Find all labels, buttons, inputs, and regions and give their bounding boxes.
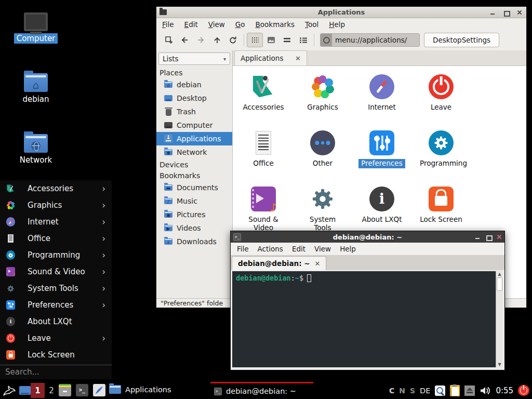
app-item-office[interactable]: Office <box>234 126 293 182</box>
desktop-icon-debian[interactable]: ⌂ debian <box>12 73 60 104</box>
screenshot-tray-icon[interactable] <box>435 385 445 396</box>
tab-close-icon[interactable]: ✕ <box>295 55 301 62</box>
menu-edit[interactable]: Edit <box>292 245 305 253</box>
lock-icon <box>429 187 454 211</box>
menu-item-internet[interactable]: Internet› <box>0 214 112 230</box>
menu-item-programming[interactable]: Programming› <box>0 247 112 263</box>
back-button[interactable] <box>177 33 193 47</box>
close-button[interactable] <box>496 233 502 241</box>
app-item-graphics[interactable]: Graphics <box>293 70 352 126</box>
app-item-other[interactable]: Other <box>293 126 352 182</box>
clipboard-tray-icon[interactable] <box>450 385 460 396</box>
terminal-scrollbar[interactable]: ▲ ▼ <box>496 271 503 367</box>
sidebar-item-network[interactable]: ◉ Network <box>156 145 232 159</box>
tab-applications[interactable]: Applications ✕ <box>234 50 307 65</box>
sidebar-item-pictures[interactable]: ▣ Pictures <box>156 208 232 221</box>
reload-button[interactable] <box>225 33 241 47</box>
scroll-down-icon[interactable]: ▼ <box>496 362 503 367</box>
menu-view[interactable]: View <box>208 20 225 29</box>
menu-file[interactable]: File <box>162 20 174 29</box>
minimize-button[interactable] <box>474 233 480 241</box>
app-item-sound-video[interactable]: Sound & Video <box>234 182 293 238</box>
app-item-lock-screen[interactable]: Lock Screen <box>411 182 471 238</box>
menu-tool[interactable]: Tool <box>305 20 318 29</box>
task-button-terminal[interactable]: >_ debian@debian: ~ <box>210 382 313 399</box>
menu-search-input[interactable]: Search... <box>0 365 112 379</box>
clock[interactable]: 0:55 <box>496 386 513 395</box>
up-button[interactable] <box>209 33 225 47</box>
menu-item-about-lxqt[interactable]: About LXQt <box>0 313 112 330</box>
home-folder-icon: ⌂ <box>24 73 48 92</box>
maximize-button[interactable] <box>502 9 510 16</box>
workspace-1-button[interactable]: 1 <box>31 383 45 398</box>
menu-item-graphics[interactable]: Graphics› <box>0 197 112 214</box>
app-item-leave[interactable]: Leave <box>411 70 471 126</box>
menu-item-preferences[interactable]: Preferences› <box>0 297 112 313</box>
menu-item-sound-video[interactable]: Sound & Video› <box>0 263 112 280</box>
app-item-system-tools[interactable]: System Tools <box>293 182 352 238</box>
eject-tray-icon[interactable] <box>464 385 475 396</box>
sidebar-item-videos[interactable]: ▶ Videos <box>156 221 232 235</box>
thumbnail-view-button[interactable] <box>263 33 279 47</box>
sidebar-item-trash[interactable]: Trash <box>156 105 232 118</box>
sidebar-item-debian[interactable]: ⌂ debian <box>156 78 232 91</box>
sidebar-item-downloads[interactable]: ↓ Downloads <box>156 235 232 248</box>
scrollbar-thumb[interactable] <box>497 277 502 291</box>
new-tab-button[interactable] <box>161 33 177 47</box>
keyboard-layout[interactable]: DE <box>420 387 430 395</box>
show-desktop-button[interactable] <box>19 386 31 395</box>
maximize-button[interactable] <box>485 233 491 241</box>
fm-titlebar[interactable]: Applications <box>156 7 526 18</box>
sidebar-item-applications[interactable]: ↓ Applications <box>156 132 232 145</box>
workspace-2-button[interactable]: 2 <box>47 383 56 398</box>
main-menu-button[interactable] <box>2 383 16 397</box>
power-button[interactable] <box>518 385 529 396</box>
volume-icon[interactable] <box>480 386 491 395</box>
app-item-preferences[interactable]: Preferences <box>352 126 411 182</box>
close-button[interactable] <box>516 9 523 16</box>
tab-close-icon[interactable]: ✕ <box>315 260 321 267</box>
sidebar-item-computer[interactable]: Computer <box>156 118 232 132</box>
quicklaunch-featherpad[interactable] <box>93 384 105 396</box>
menu-item-office[interactable]: Office› <box>0 230 112 247</box>
menu-edit[interactable]: Edit <box>184 20 198 29</box>
sidebar-item-documents[interactable]: ▬ Documents <box>156 181 232 194</box>
programming-icon <box>6 250 15 259</box>
forward-button[interactable] <box>193 33 209 47</box>
app-item-internet[interactable]: Internet <box>352 70 411 126</box>
menu-item-system-tools[interactable]: System Tools› <box>0 280 112 297</box>
menu-file[interactable]: File <box>237 245 249 253</box>
menu-help[interactable]: Help <box>329 20 345 29</box>
app-item-programming[interactable]: Programming <box>411 126 471 182</box>
terminal-tab[interactable]: debian@debian: ~ ✕ <box>232 256 326 270</box>
quicklaunch-terminal[interactable]: >_ <box>76 384 88 396</box>
minimize-button[interactable] <box>489 9 496 16</box>
task-button-applications[interactable]: Applications <box>109 385 171 394</box>
desktop-icon-network[interactable]: Network <box>12 134 60 165</box>
menu-view[interactable]: View <box>314 245 331 253</box>
menu-item-accessories[interactable]: Accessories› <box>0 180 112 197</box>
desktop-icon-label: Network <box>17 155 55 165</box>
icon-view-button[interactable] <box>247 33 263 47</box>
detailed-list-button[interactable] <box>295 33 311 47</box>
app-item-accessories[interactable]: Accessories <box>234 70 293 126</box>
menu-go[interactable]: Go <box>235 20 245 29</box>
compact-view-button[interactable] <box>279 33 295 47</box>
scroll-up-icon[interactable]: ▲ <box>496 272 503 276</box>
terminal-output[interactable]: debian@debian:~$ <box>232 271 496 367</box>
address-bar[interactable]: menu://applications/ <box>320 33 420 47</box>
menu-item-leave[interactable]: Leave› <box>0 330 112 347</box>
terminal-titlebar[interactable]: >_ debian@debian: ~ <box>231 231 504 243</box>
menu-actions[interactable]: Actions <box>258 245 283 253</box>
sidebar-item-music[interactable]: ♪ Music <box>156 194 232 208</box>
menu-item-lock-screen[interactable]: Lock Screen <box>0 347 112 363</box>
app-item-about-lxqt[interactable]: About LXQt <box>352 182 411 238</box>
sidebar-item-desktop[interactable]: Desktop <box>156 91 232 105</box>
quicklaunch-file-manager[interactable] <box>59 384 71 396</box>
menu-help[interactable]: Help <box>340 245 356 253</box>
sidebar-mode-select[interactable]: Lists ▾ <box>158 52 230 65</box>
info-icon <box>369 187 394 211</box>
menu-bookmarks[interactable]: Bookmarks <box>256 20 295 29</box>
desktop-icon-computer[interactable]: Computer <box>12 12 60 44</box>
desktop-settings-button[interactable]: DesktopSettings <box>424 33 499 47</box>
